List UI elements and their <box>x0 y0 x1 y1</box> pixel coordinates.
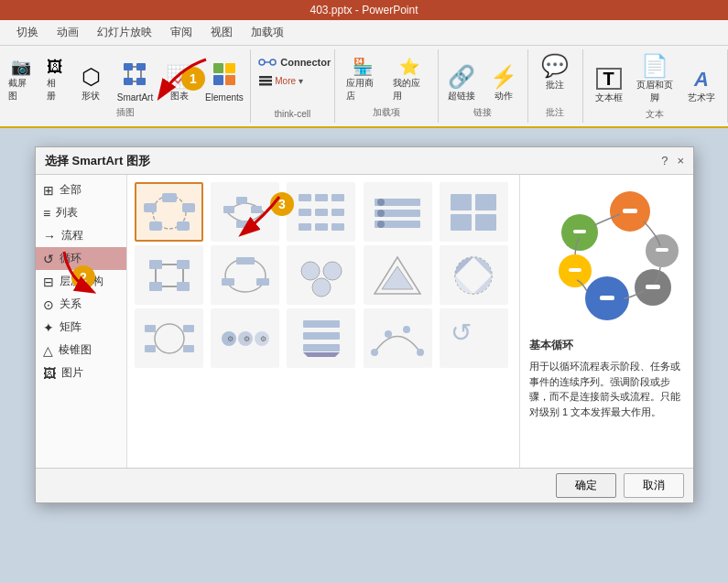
hyperlink-icon: 🔗 <box>448 66 475 88</box>
sidebar-list[interactable]: ≡ 列表 <box>36 201 126 224</box>
dialog-close[interactable]: × <box>677 154 684 167</box>
svg-rect-75 <box>303 332 340 340</box>
svg-text:⚙: ⚙ <box>227 335 234 343</box>
dialog-footer: 确定 取消 <box>36 468 693 502</box>
matrix-icon: ✦ <box>43 320 54 335</box>
dialog-help[interactable]: ? <box>661 154 668 167</box>
textbox-button[interactable]: T 文本框 <box>591 66 627 106</box>
svg-point-78 <box>371 349 378 356</box>
hyperlink-button[interactable]: 🔗 超链接 <box>443 64 480 104</box>
svg-point-12 <box>259 59 265 65</box>
text-buttons: T 文本框 📄 页眉和页脚 A 艺术字 <box>591 53 720 106</box>
svg-rect-29 <box>315 194 328 201</box>
svg-rect-48 <box>177 260 190 269</box>
sidebar-matrix[interactable]: ✦ 矩阵 <box>36 316 126 339</box>
thinkcell-group-label: think-cell <box>258 109 326 119</box>
tab-view[interactable]: 视图 <box>201 19 242 45</box>
svg-rect-21 <box>177 221 190 231</box>
smartart-item-13[interactable] <box>287 308 355 368</box>
appstore-button[interactable]: 🏪 应用商店 <box>342 55 384 104</box>
preview-description: 用于以循环流程表示阶段、任务或事件的连续序列。强调阶段或步骤，而不是连接箭头或流… <box>529 359 684 419</box>
addins-group-label: 加载项 <box>373 106 400 119</box>
comment-button[interactable]: 💬 批注 <box>537 53 573 93</box>
svg-rect-76 <box>303 344 340 351</box>
svg-rect-22 <box>149 221 162 231</box>
link-buttons: 🔗 超链接 ⚡ 动作 <box>443 53 522 104</box>
pyramid-icon: △ <box>43 343 53 358</box>
screenshot-button[interactable]: 📷 截屏图 <box>5 55 38 104</box>
ok-button[interactable]: 确定 <box>556 473 616 498</box>
svg-rect-16 <box>259 80 272 82</box>
smartart-item-14[interactable] <box>364 308 432 368</box>
cancel-button[interactable]: 取消 <box>624 473 684 498</box>
myapps-button[interactable]: ⭐ 我的应用 <box>389 55 430 104</box>
svg-rect-11 <box>225 75 235 85</box>
red-arrow-2 <box>55 247 110 305</box>
svg-rect-36 <box>331 223 344 231</box>
header-button[interactable]: 📄 页眉和页脚 <box>633 53 678 106</box>
tab-slideshow[interactable]: 幻灯片放映 <box>88 19 161 45</box>
svg-rect-92 <box>646 285 660 289</box>
myapps-icon: ⭐ <box>399 57 419 77</box>
smartart-item-4[interactable] <box>364 182 432 242</box>
svg-text:⚙: ⚙ <box>260 335 266 343</box>
process-icon: → <box>43 229 56 243</box>
svg-point-81 <box>417 349 424 356</box>
screenshot-icon: 📷 <box>11 57 31 77</box>
smartart-item-7[interactable] <box>211 245 279 305</box>
svg-rect-17 <box>259 83 272 86</box>
relation-icon: ⊙ <box>43 297 54 312</box>
myapps-label: 我的应用 <box>393 77 427 103</box>
svg-point-40 <box>377 199 385 206</box>
text-group-label: 文本 <box>646 108 664 121</box>
action-label: 动作 <box>494 90 513 103</box>
addins-group: 🏪 应用商店 ⭐ 我的应用 加载项 <box>335 49 439 123</box>
sidebar-pyramid[interactable]: △ 棱锥图 <box>36 339 126 362</box>
connector-icon <box>258 53 277 71</box>
list-icon: ≡ <box>43 206 50 221</box>
svg-rect-50 <box>149 282 162 291</box>
smartart-item-5[interactable] <box>440 182 508 242</box>
wordart-button[interactable]: A 艺术字 <box>683 68 720 106</box>
tab-donghua[interactable]: 动画 <box>48 19 88 45</box>
smartart-item-6[interactable] <box>135 245 203 305</box>
more-label[interactable]: More ▾ <box>275 76 303 86</box>
svg-point-60 <box>323 262 342 280</box>
smartart-item-10[interactable] <box>440 245 508 305</box>
tab-shenyue[interactable]: 审阅 <box>161 19 201 45</box>
tab-addins[interactable]: 加载项 <box>242 19 293 45</box>
shape-button[interactable]: ⬡ 形状 <box>72 64 109 104</box>
smartart-item-12[interactable]: ⚙ ⚙ ⚙ <box>211 308 279 368</box>
svg-rect-32 <box>315 209 328 216</box>
svg-rect-0 <box>124 63 133 70</box>
picture-icon: 🖼 <box>43 366 56 381</box>
all-label: 全部 <box>60 182 81 198</box>
pyramid-label: 棱锥图 <box>59 342 92 358</box>
smartart-item-8[interactable] <box>287 245 355 305</box>
svg-rect-95 <box>573 230 586 233</box>
link-group-label: 链接 <box>473 106 492 119</box>
appstore-icon: 🏪 <box>353 57 373 77</box>
wordart-label: 艺术字 <box>688 92 715 104</box>
action-button[interactable]: ⚡ 动作 <box>485 64 522 104</box>
sidebar-process[interactable]: → 流程 <box>36 224 126 247</box>
smartart-item-3[interactable] <box>287 182 355 242</box>
smartart-item-11[interactable] <box>135 308 203 368</box>
svg-rect-15 <box>259 76 272 79</box>
tab-qiehuan[interactable]: 切换 <box>7 19 48 45</box>
svg-rect-44 <box>475 194 496 211</box>
album-button[interactable]: 🖼 相册 <box>43 56 67 104</box>
smartart-item-basic-cycle[interactable] <box>135 182 203 242</box>
connector-label: Connector <box>280 57 331 68</box>
sidebar-picture[interactable]: 🖼 图片 <box>36 362 126 384</box>
preview-title: 基本循环 <box>529 338 684 353</box>
process-label: 流程 <box>61 228 83 243</box>
dialog-titlebar: 选择 SmartArt 图形 ? × <box>36 147 693 175</box>
svg-rect-56 <box>236 257 255 265</box>
sidebar-all[interactable]: ⊞ 全部 <box>36 178 126 201</box>
svg-point-79 <box>385 330 392 338</box>
title-text: 403.pptx - PowerPoint <box>310 4 418 16</box>
hierarchy-icon: ⊟ <box>43 275 54 289</box>
smartart-item-9[interactable] <box>364 245 432 305</box>
smartart-item-15[interactable]: ↺ <box>440 308 508 368</box>
